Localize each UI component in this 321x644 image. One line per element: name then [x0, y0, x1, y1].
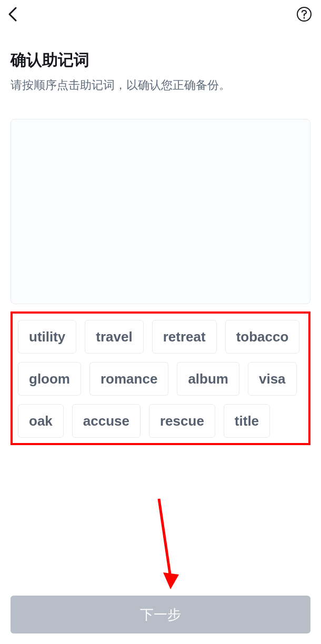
back-button[interactable] — [3, 5, 22, 24]
svg-marker-3 — [163, 572, 179, 589]
next-button[interactable]: 下一步 — [11, 596, 310, 633]
mnemonic-word[interactable]: oak — [18, 404, 64, 438]
mnemonic-word[interactable]: rescue — [149, 404, 215, 438]
header — [0, 0, 321, 28]
chevron-left-icon — [7, 6, 18, 22]
help-button[interactable] — [295, 5, 314, 24]
mnemonic-word-grid: utility travel retreat tobacco gloom rom… — [11, 311, 310, 445]
mnemonic-word[interactable]: gloom — [18, 362, 81, 396]
mnemonic-word[interactable]: accuse — [72, 404, 141, 438]
mnemonic-word[interactable]: romance — [89, 362, 168, 396]
mnemonic-word[interactable]: travel — [85, 320, 143, 354]
mnemonic-word[interactable]: visa — [248, 362, 297, 396]
main-content: 确认助记词 请按顺序点击助记词，以确认您正确备份。 utility travel… — [0, 28, 321, 445]
selected-words-area[interactable] — [11, 119, 310, 304]
mnemonic-word[interactable]: retreat — [152, 320, 217, 354]
svg-point-1 — [304, 17, 305, 19]
mnemonic-word[interactable]: title — [224, 404, 270, 438]
svg-line-2 — [159, 499, 170, 578]
annotation-arrow — [153, 497, 184, 597]
mnemonic-word[interactable]: tobacco — [225, 320, 300, 354]
page-title: 确认助记词 — [11, 49, 310, 71]
mnemonic-word[interactable]: album — [177, 362, 239, 396]
question-circle-icon — [296, 6, 312, 22]
page-subtitle: 请按顺序点击助记词，以确认您正确备份。 — [11, 76, 310, 94]
mnemonic-word[interactable]: utility — [18, 320, 76, 354]
